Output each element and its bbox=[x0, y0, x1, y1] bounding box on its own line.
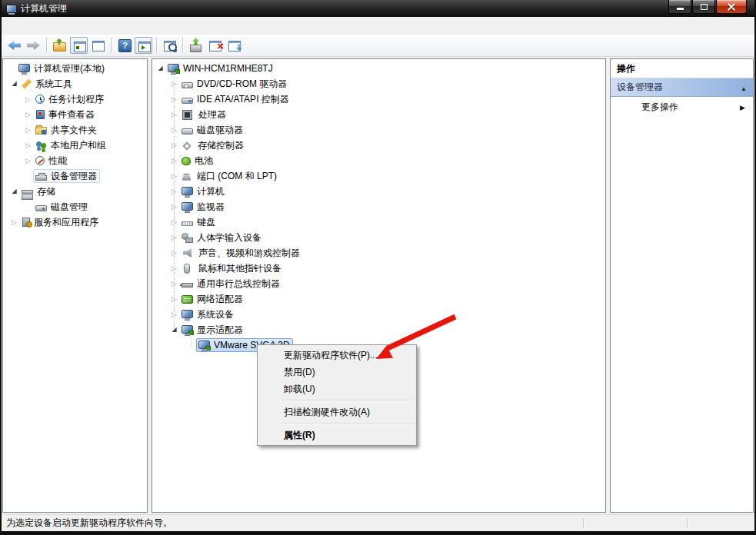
item-icon bbox=[183, 248, 191, 258]
item-icon bbox=[35, 205, 47, 211]
tree-item-label: 任务计划程序 bbox=[48, 93, 104, 106]
tree-item[interactable]: ▷ 本地用户和组 bbox=[3, 138, 147, 153]
statusbar-separator bbox=[583, 518, 584, 528]
tree-item[interactable]: ▷ 磁盘驱动器 bbox=[152, 122, 605, 138]
tree-item[interactable]: ◢ 存储 bbox=[3, 184, 147, 199]
item-icon bbox=[182, 221, 193, 226]
item-icon bbox=[168, 64, 179, 72]
actions-section-header[interactable]: 设备管理器 bbox=[611, 78, 753, 97]
tree-item[interactable]: ▷ 性能 bbox=[3, 153, 147, 168]
tree-item-label: 网络适配器 bbox=[197, 293, 243, 306]
statusbar-separator bbox=[687, 518, 688, 528]
tree-item[interactable]: ▷ 监视器 bbox=[152, 199, 605, 214]
help-icon[interactable] bbox=[115, 37, 133, 54]
context-menu-item[interactable]: 禁用(D) bbox=[258, 364, 416, 380]
actions-section-label: 设备管理器 bbox=[617, 81, 741, 94]
uninstall-device-icon[interactable] bbox=[206, 37, 224, 54]
more-actions-item[interactable]: 更多操作 bbox=[611, 97, 753, 117]
tree-item-label: 鼠标和其他指针设备 bbox=[198, 262, 281, 275]
back-icon[interactable] bbox=[5, 37, 23, 54]
properties-icon[interactable] bbox=[89, 37, 107, 54]
tree-item-label: 存储控制器 bbox=[198, 139, 244, 152]
tree-item[interactable]: ▷ 系统设备 bbox=[152, 307, 605, 322]
tree-item[interactable]: ▷ 事件查看器 bbox=[3, 107, 147, 122]
export-icon[interactable] bbox=[51, 37, 68, 54]
action-pane-icon[interactable] bbox=[135, 37, 152, 54]
tree-item-label: 电池 bbox=[195, 155, 213, 168]
toolbar-separator bbox=[46, 38, 47, 53]
actions-pane: 操作 设备管理器 更多操作 bbox=[610, 58, 754, 513]
tree-item[interactable]: ▷ 处理器 bbox=[152, 107, 605, 122]
tree-item[interactable]: ◢ WIN-HCM1RMHE8TJ bbox=[152, 61, 605, 76]
tree-item[interactable]: ▷ 人体学输入设备 bbox=[152, 230, 605, 245]
tree-item[interactable]: ▷ 通用串行总线控制器 bbox=[152, 276, 605, 291]
tree-item[interactable]: ◢ 显示适配器 bbox=[152, 322, 605, 337]
forward-icon[interactable] bbox=[25, 37, 42, 54]
update-driver-icon[interactable] bbox=[187, 37, 205, 54]
tree-item[interactable]: ▷ 声音、视频和游戏控制器 bbox=[152, 245, 605, 261]
item-icon bbox=[22, 79, 32, 89]
context-menu-item[interactable]: 卸载(U) bbox=[258, 380, 416, 397]
tree-item[interactable]: 磁盘管理 bbox=[3, 199, 147, 214]
minimize-button[interactable] bbox=[668, 0, 691, 14]
close-button[interactable] bbox=[716, 0, 747, 14]
titlebar[interactable]: 计算机管理 bbox=[2, 0, 754, 17]
tree-item[interactable]: ◢ 系统工具 bbox=[3, 76, 147, 91]
item-icon bbox=[35, 175, 47, 181]
context-menu-item-label: 更新驱动程序软件(P)... bbox=[284, 350, 378, 361]
disable-device-icon[interactable] bbox=[225, 37, 243, 54]
expander-icon[interactable]: ▷ bbox=[9, 214, 19, 230]
tree-item[interactable]: 设备管理器 bbox=[3, 168, 147, 184]
tree-item[interactable]: ▷ IDE ATA/ATAPI 控制器 bbox=[152, 91, 605, 107]
more-actions-label: 更多操作 bbox=[641, 101, 740, 114]
tree-item-label: 磁盘管理 bbox=[51, 201, 88, 214]
tree-item[interactable]: ▷ 鼠标和其他指针设备 bbox=[152, 261, 605, 276]
tree-item[interactable]: ▷ 计算机 bbox=[152, 184, 605, 199]
tree-item-label: 通用串行总线控制器 bbox=[197, 277, 280, 291]
tree-item-label: 监视器 bbox=[197, 201, 225, 214]
tree-item[interactable]: ▷ 服务和应用程序 bbox=[3, 214, 147, 230]
tree-item-label: 声音、视频和游戏控制器 bbox=[198, 247, 300, 260]
expander-icon[interactable]: ▷ bbox=[23, 91, 33, 107]
context-menu-item[interactable]: 扫描检测硬件改动(A) bbox=[258, 404, 416, 420]
console-tree-icon[interactable] bbox=[70, 37, 88, 54]
restore-button[interactable] bbox=[692, 0, 715, 14]
tree-item-label: 人体学输入设备 bbox=[197, 231, 261, 244]
tree-item[interactable]: ▷ 存储控制器 bbox=[152, 138, 605, 153]
tree-item[interactable]: ▷ 共享文件夹 bbox=[3, 122, 147, 138]
item-icon bbox=[182, 310, 193, 318]
item-icon bbox=[35, 141, 47, 151]
tree-item[interactable]: ▷ 电池 bbox=[152, 153, 605, 168]
tree-item[interactable]: ▷ 网络适配器 bbox=[152, 291, 605, 307]
window-controls bbox=[668, 0, 747, 14]
expander-icon[interactable]: ◢ bbox=[9, 184, 19, 199]
expander-icon[interactable]: ▷ bbox=[23, 107, 33, 122]
restore-icon bbox=[701, 4, 708, 10]
tree-item[interactable]: 计算机管理(本地) bbox=[3, 61, 147, 76]
computer-management-window: 计算机管理 计算机管理(本地) bbox=[0, 0, 756, 535]
tree-item-label: 系统工具 bbox=[35, 78, 72, 91]
expander-icon[interactable]: ▷ bbox=[23, 153, 33, 168]
tree-item[interactable]: ▷ DVD/CD-ROM 驱动器 bbox=[152, 76, 605, 91]
tree-item[interactable]: ▷ 键盘 bbox=[152, 214, 605, 230]
expander-icon[interactable]: ▷ bbox=[23, 122, 33, 138]
scan-hardware-icon[interactable] bbox=[161, 37, 178, 54]
tree-item[interactable]: ▷ 端口 (COM 和 LPT) bbox=[152, 168, 605, 184]
close-icon bbox=[727, 2, 736, 12]
tree-item-label: IDE ATA/ATAPI 控制器 bbox=[197, 93, 289, 106]
submenu-arrow-icon bbox=[740, 101, 745, 112]
item-icon bbox=[35, 95, 45, 104]
item-icon bbox=[182, 174, 191, 181]
tree-item-label: 处理器 bbox=[198, 108, 226, 121]
item-icon bbox=[182, 157, 191, 165]
context-menu-item[interactable]: 属性(R) bbox=[258, 427, 416, 444]
item-icon bbox=[183, 111, 191, 119]
item-icon bbox=[22, 218, 30, 227]
collapse-icon[interactable] bbox=[741, 82, 747, 93]
expander-icon[interactable]: ◢ bbox=[9, 76, 19, 91]
context-menu-item[interactable]: 更新驱动程序软件(P)... bbox=[258, 347, 416, 364]
expander-icon[interactable]: ◢ bbox=[155, 61, 165, 76]
context-menu-item-label: 禁用(D) bbox=[284, 367, 315, 377]
expander-icon[interactable]: ▷ bbox=[23, 138, 33, 153]
tree-item[interactable]: ▷ 任务计划程序 bbox=[3, 91, 147, 107]
